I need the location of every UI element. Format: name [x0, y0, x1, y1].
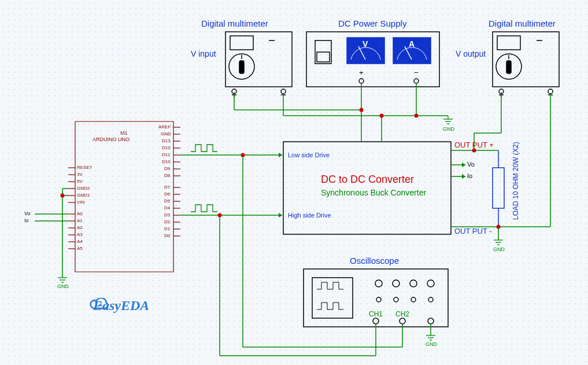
label-converter-title: DC to DC Converter	[321, 174, 414, 186]
pin-d5: D5	[164, 198, 170, 204]
svg-point-72	[428, 318, 434, 324]
svg-point-66	[376, 297, 381, 302]
label-v-output: V output	[456, 49, 486, 58]
label-m1: M1	[120, 130, 128, 136]
label-out-plus: OUT PUT +	[454, 141, 494, 149]
pin-d1: D1	[164, 226, 170, 231]
pin-d6: D6	[164, 191, 170, 197]
svg-point-47	[414, 79, 419, 83]
label-ch2: CH2	[395, 310, 409, 318]
dc-power-supply	[306, 32, 439, 87]
label-ch1: CH1	[369, 310, 383, 318]
svg-point-37	[281, 89, 286, 94]
pin-a4: A4	[77, 239, 83, 244]
label-vo-in: Vo	[24, 211, 31, 216]
label-out-minus: OUT PUT -	[454, 227, 492, 235]
pin-a3: A3	[77, 232, 83, 237]
label-osc: Oscilloscope	[350, 256, 399, 266]
svg-point-68	[411, 297, 416, 302]
pin-a2: A2	[77, 225, 83, 230]
svg-point-110	[380, 114, 384, 118]
load-resistor	[493, 150, 504, 227]
svg-point-67	[394, 297, 398, 302]
svg-point-115	[241, 153, 245, 157]
pin-gnd1: GND1	[77, 193, 90, 198]
label-low-side: Low side Drive	[288, 152, 330, 158]
pin-vin: VIN	[77, 200, 84, 205]
svg-rect-32	[239, 61, 244, 73]
svg-point-111	[415, 114, 419, 118]
label-psu-minus: −	[414, 68, 419, 77]
svg-rect-41	[317, 52, 330, 62]
label-psu-a: A	[409, 39, 415, 49]
svg-point-65	[427, 280, 434, 287]
pin-d9: D9	[164, 166, 170, 171]
gnd-label-3: GND	[426, 341, 437, 347]
svg-rect-74	[493, 168, 504, 208]
label-dm-left: Digital multimeter	[201, 19, 268, 28]
label-high-side: High side Drive	[288, 212, 331, 219]
pin-d11: D11	[162, 152, 171, 157]
pin-d4: D4	[164, 205, 170, 211]
pin-d8: D8	[164, 173, 170, 178]
svg-point-63	[393, 280, 400, 287]
svg-point-46	[359, 79, 364, 83]
svg-point-114	[218, 213, 222, 217]
pin-d0: D0	[164, 233, 170, 238]
pin-d10: D10	[162, 159, 171, 164]
pin-d2: D2	[164, 219, 170, 224]
pin-d3: D3	[164, 212, 170, 217]
oscilloscope	[304, 269, 448, 327]
pin-a0: A0	[77, 211, 83, 216]
label-converter-sub: Synchronous Buck Converter	[321, 188, 426, 197]
multimeter-right	[493, 32, 559, 97]
pin-d12: D12	[162, 145, 171, 150]
svg-rect-29	[230, 36, 253, 50]
label-arduino: ARDUINO UNO	[93, 137, 130, 142]
svg-point-69	[428, 297, 433, 302]
pin-a1: A1	[77, 218, 83, 223]
wires	[35, 83, 550, 356]
label-psu-plus: +	[359, 68, 364, 77]
multimeter-left	[225, 32, 292, 97]
pin-3v: 3V	[77, 172, 83, 177]
label-vo-out: Vo	[467, 161, 475, 168]
svg-rect-48	[493, 32, 559, 87]
pin-5v: 5V	[77, 179, 83, 184]
label-dm-right: Digital multimeter	[489, 19, 556, 28]
pin-reset: RESET	[77, 165, 93, 170]
label-io-out: Io	[467, 172, 472, 179]
label-v-input: V input	[191, 49, 216, 58]
gnd-label-2: GND	[493, 246, 505, 252]
svg-point-64	[410, 280, 417, 287]
pin-gnd-r: GND	[161, 131, 171, 137]
svg-rect-61	[312, 278, 353, 318]
pin-aref: AREF	[158, 124, 171, 130]
pin-gnd2: GND2	[77, 186, 90, 191]
svg-point-70	[373, 318, 379, 324]
label-io-in: Io	[24, 217, 29, 223]
svg-point-62	[375, 280, 382, 287]
svg-point-57	[548, 89, 553, 94]
pin-d13: D13	[162, 138, 171, 143]
svg-rect-49	[497, 36, 520, 50]
label-load: LOAD 10 OHM 20W (X2)	[512, 142, 520, 220]
label-psu: DC Power Supply	[338, 19, 406, 28]
svg-point-116	[61, 194, 65, 198]
junction-dots	[61, 108, 501, 229]
schematic-canvas	[0, 0, 588, 365]
pin-d7: D7	[164, 185, 170, 190]
gnd-label-4: GND	[57, 283, 69, 289]
svg-point-113	[497, 225, 501, 229]
easyeda-logo: EasyEDA	[90, 298, 149, 314]
svg-rect-52	[506, 61, 511, 73]
label-psu-v: V	[363, 39, 368, 49]
svg-rect-28	[225, 32, 292, 87]
svg-point-109	[360, 108, 364, 112]
svg-point-71	[400, 318, 405, 324]
gnd-label-1: GND	[443, 126, 454, 132]
pin-a5: A5	[77, 246, 83, 251]
